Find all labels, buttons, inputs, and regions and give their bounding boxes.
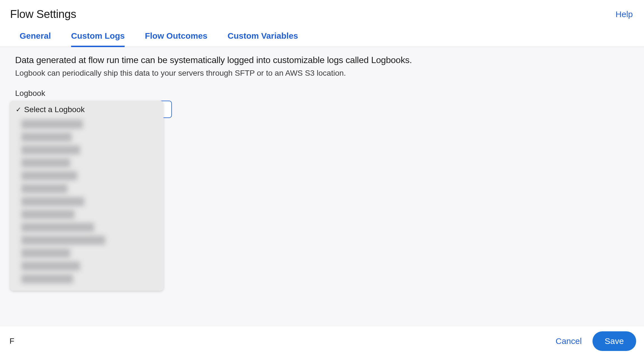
tab-custom-logs[interactable]: Custom Logs (71, 27, 125, 47)
tab-general[interactable]: General (20, 27, 51, 47)
logbook-option-redacted[interactable] (21, 118, 164, 130)
help-link[interactable]: Help (615, 10, 633, 19)
logbook-field-label: Logbook (15, 89, 633, 98)
footer-actions: Cancel Save (556, 331, 636, 351)
tab-flow-outcomes[interactable]: Flow Outcomes (145, 27, 207, 47)
content-area: Data generated at flow run time can be s… (0, 47, 644, 333)
page-title: Flow Settings (10, 8, 76, 20)
logbook-option-redacted[interactable] (21, 131, 164, 143)
logbook-dropdown-selected-label: Select a Logbook (24, 105, 85, 114)
check-icon: ✓ (16, 106, 21, 113)
logbook-option-redacted[interactable] (21, 208, 164, 221)
logbook-option-redacted[interactable] (21, 221, 164, 234)
logbook-option-redacted[interactable] (21, 273, 164, 285)
logbook-option-redacted[interactable] (21, 157, 164, 169)
logbook-option-redacted[interactable] (21, 195, 164, 208)
content-subheading: Logbook can periodically ship this data … (15, 69, 633, 78)
tab-custom-variables[interactable]: Custom Variables (228, 27, 298, 47)
logbook-dropdown-selected-option[interactable]: ✓ Select a Logbook (10, 101, 164, 118)
cancel-button[interactable]: Cancel (556, 336, 582, 346)
page-header: Flow Settings Help (0, 0, 644, 27)
logbook-option-redacted[interactable] (21, 247, 164, 259)
logbook-option-redacted[interactable] (21, 182, 164, 195)
footer-left-text: F (10, 337, 14, 346)
footer-bar: F Cancel Save (0, 326, 644, 356)
logbook-option-redacted[interactable] (21, 144, 164, 156)
logbook-option-redacted[interactable] (21, 170, 164, 182)
logbook-option-redacted[interactable] (21, 234, 164, 246)
content-heading: Data generated at flow run time can be s… (15, 55, 633, 65)
logbook-dropdown: ✓ Select a Logbook (10, 101, 164, 291)
logbook-dropdown-options (10, 118, 164, 291)
save-button[interactable]: Save (592, 331, 636, 351)
logbook-option-redacted[interactable] (21, 260, 164, 272)
tabs-bar: General Custom Logs Flow Outcomes Custom… (0, 27, 644, 47)
